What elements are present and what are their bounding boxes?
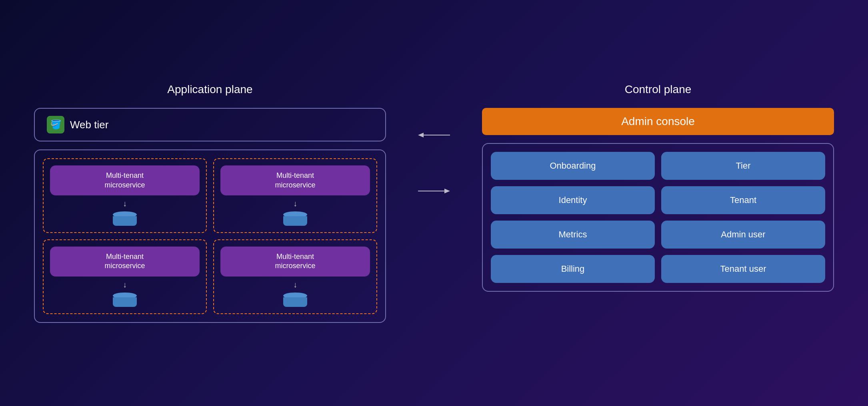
control-cell-admin-user: Admin user — [661, 221, 825, 249]
admin-console-header: Admin console — [482, 108, 834, 135]
arrow-right — [418, 187, 450, 195]
control-cell-tenant-user: Tenant user — [661, 255, 825, 283]
microservice-box-3: Multi-tenantmicroservice — [220, 247, 370, 277]
database-icon-0 — [113, 211, 137, 226]
arrow-down-1: ↓ — [293, 199, 297, 207]
control-plane: Control plane Admin console Onboarding T… — [482, 83, 834, 292]
microservice-cell-2: Multi-tenantmicroservice ↓ — [43, 239, 207, 314]
microservice-cell-0: Multi-tenantmicroservice ↓ — [43, 158, 207, 233]
bucket-icon: 🪣 — [50, 119, 61, 130]
microservice-cell-1: Multi-tenantmicroservice ↓ — [213, 158, 377, 233]
right-arrow-svg — [418, 187, 450, 195]
application-plane: Application plane 🪣 Web tier Multi-tenan… — [34, 83, 386, 323]
database-icon-2 — [113, 293, 137, 307]
control-plane-title: Control plane — [482, 83, 834, 96]
control-grid-outer: Onboarding Tier Identity Tenant Metrics … — [482, 143, 834, 292]
microservices-grid: Multi-tenantmicroservice ↓ Multi-tenantm… — [43, 158, 377, 314]
web-tier-icon: 🪣 — [47, 116, 64, 133]
database-icon-1 — [283, 211, 307, 226]
control-cell-identity: Identity — [491, 186, 655, 214]
svg-marker-3 — [444, 189, 450, 193]
microservice-box-1: Multi-tenantmicroservice — [220, 165, 370, 195]
connector-area — [418, 83, 450, 195]
microservice-cell-3: Multi-tenantmicroservice ↓ — [213, 239, 377, 314]
arrow-down-2: ↓ — [123, 281, 127, 289]
microservice-box-2: Multi-tenantmicroservice — [50, 247, 200, 277]
arrow-down-3: ↓ — [293, 281, 297, 289]
left-arrow-svg — [418, 131, 450, 139]
control-cell-onboarding: Onboarding — [491, 152, 655, 180]
arrow-down-0: ↓ — [123, 199, 127, 207]
web-tier-box: 🪣 Web tier — [34, 108, 386, 141]
web-tier-label: Web tier — [70, 119, 108, 131]
control-cell-tier: Tier — [661, 152, 825, 180]
microservice-box-0: Multi-tenantmicroservice — [50, 165, 200, 195]
app-plane-title: Application plane — [34, 83, 386, 96]
microservices-outer: Multi-tenantmicroservice ↓ Multi-tenantm… — [34, 149, 386, 323]
control-cell-tenant: Tenant — [661, 186, 825, 214]
svg-marker-1 — [418, 133, 424, 137]
control-grid: Onboarding Tier Identity Tenant Metrics … — [491, 152, 825, 283]
control-cell-metrics: Metrics — [491, 221, 655, 249]
database-icon-3 — [283, 293, 307, 307]
diagram-container: Application plane 🪣 Web tier Multi-tenan… — [34, 83, 834, 323]
arrow-left — [418, 131, 450, 139]
control-cell-billing: Billing — [491, 255, 655, 283]
